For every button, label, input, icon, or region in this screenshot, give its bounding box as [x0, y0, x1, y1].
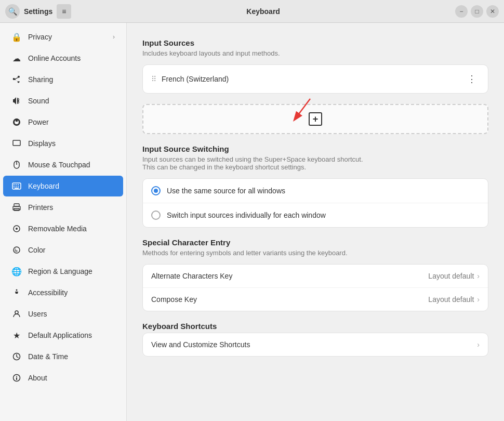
sidebar-item-date-time[interactable]: Date & Time	[3, 346, 123, 367]
drag-handle-icon: ⠿	[151, 75, 156, 83]
chevron-right-icon: ›	[477, 272, 480, 280]
chevron-right-icon: ›	[477, 340, 480, 349]
alternate-characters-key-row[interactable]: Alternate Characters Key Layout default …	[143, 265, 488, 288]
sidebar-item-sound[interactable]: Sound	[3, 90, 123, 111]
more-options-button[interactable]: ⋮	[464, 72, 480, 86]
sidebar-item-label: Region & Language	[28, 267, 115, 275]
content-area: Input Sources Includes keyboard layouts …	[127, 23, 504, 421]
svg-rect-21	[16, 377, 17, 380]
sidebar-item-privacy[interactable]: 🔒 Privacy ›	[3, 27, 123, 47]
svg-rect-8	[16, 187, 17, 188]
sidebar-item-printers[interactable]: Printers	[3, 197, 123, 218]
sidebar-item-label: Removable Media	[28, 225, 115, 233]
sidebar-item-about[interactable]: About	[3, 367, 123, 388]
input-sources-subtitle: Includes keyboard layouts and input meth…	[142, 49, 488, 57]
compose-key-row[interactable]: Compose Key Layout default ›	[143, 288, 488, 311]
sidebar-item-label: Accessibility	[28, 288, 115, 297]
alternate-characters-key-value: Layout default	[428, 272, 474, 280]
svg-point-17	[16, 290, 18, 291]
sidebar-item-online-accounts[interactable]: ☁ Online Accounts	[3, 48, 123, 69]
sidebar-item-label: Displays	[28, 139, 115, 148]
sidebar-item-label: Color	[28, 246, 115, 254]
sidebar-item-removable-media[interactable]: Removable Media	[3, 218, 123, 239]
search-icon: 🔍	[8, 7, 17, 16]
sidebar-item-label: Sound	[28, 97, 115, 105]
radio-same-source[interactable]: Use the same source for all windows	[143, 179, 488, 203]
input-sources-card: ⠿ French (Switzerland) ⋮	[142, 64, 488, 94]
minimize-button[interactable]: −	[455, 5, 468, 18]
titlebar-left: 🔍 Settings ≡	[5, 4, 71, 19]
radio-same-source-indicator	[151, 186, 161, 195]
menu-button[interactable]: ≡	[57, 4, 71, 19]
sidebar-item-keyboard[interactable]: Keyboard	[3, 176, 123, 196]
close-button[interactable]: ✕	[486, 5, 499, 18]
radio-individual-source[interactable]: Switch input sources individually for ea…	[143, 203, 488, 227]
special-character-card: Alternate Characters Key Layout default …	[142, 264, 488, 311]
sidebar-item-sharing[interactable]: Sharing	[3, 69, 123, 90]
titlebar-right: − □ ✕	[455, 5, 499, 18]
compose-key-label: Compose Key	[151, 295, 428, 304]
svg-rect-0	[13, 140, 20, 146]
alternate-characters-key-label: Alternate Characters Key	[151, 272, 428, 280]
region-language-icon: 🌐	[11, 266, 22, 277]
special-character-title: Special Character Entry	[142, 238, 488, 247]
svg-point-18	[15, 311, 18, 314]
add-source-container: +	[142, 104, 488, 134]
add-icon: +	[309, 112, 322, 126]
sidebar-item-label: Printers	[28, 203, 115, 212]
removable-media-icon	[11, 223, 22, 234]
maximize-button[interactable]: □	[471, 5, 483, 18]
sidebar-item-color[interactable]: Color	[3, 240, 123, 260]
sidebar-item-label: Default Applications	[28, 331, 115, 339]
sidebar-item-region-language[interactable]: 🌐 Region & Language	[3, 261, 123, 282]
radio-same-source-label: Use the same source for all windows	[167, 187, 285, 195]
displays-icon	[11, 138, 22, 149]
chevron-right-icon: ›	[477, 295, 480, 304]
svg-rect-6	[18, 185, 19, 186]
sound-icon	[11, 96, 22, 106]
close-icon: ✕	[490, 8, 495, 15]
accessibility-icon	[11, 287, 22, 298]
svg-rect-4	[14, 185, 15, 186]
svg-rect-11	[14, 204, 19, 206]
special-character-subtitle: Methods for entering symbols and letter …	[142, 249, 488, 257]
sidebar-item-label: Power	[28, 118, 115, 126]
privacy-icon: 🔒	[11, 32, 22, 42]
input-source-switching-card: Use the same source for all windows Swit…	[142, 178, 488, 228]
sidebar-item-label: Privacy	[28, 33, 107, 41]
sidebar-item-label: Date & Time	[28, 352, 115, 361]
add-input-source-button[interactable]: +	[142, 104, 488, 134]
color-icon	[11, 245, 22, 255]
users-icon	[11, 309, 22, 319]
mouse-icon	[11, 160, 22, 170]
minimize-icon: −	[459, 8, 463, 15]
svg-point-15	[16, 228, 18, 230]
radio-individual-source-indicator	[151, 210, 161, 220]
sidebar-item-displays[interactable]: Displays	[3, 133, 123, 154]
input-source-row: ⠿ French (Switzerland) ⋮	[143, 65, 488, 93]
input-source-switching-section: Input Source Switching Input sources can…	[142, 144, 488, 228]
printers-icon	[11, 202, 22, 213]
sidebar: 🔒 Privacy › ☁ Online Accounts Sharing So…	[0, 23, 127, 421]
sidebar-item-power[interactable]: Power	[3, 112, 123, 133]
sidebar-item-accessibility[interactable]: Accessibility	[3, 282, 123, 303]
keyboard-shortcuts-title: Keyboard Shortcuts	[142, 322, 488, 331]
search-button[interactable]: 🔍	[5, 4, 20, 19]
svg-rect-5	[16, 185, 17, 186]
sharing-icon	[11, 74, 22, 85]
keyboard-shortcuts-card: View and Customize Shortcuts ›	[142, 333, 488, 357]
radio-individual-source-label: Switch input sources individually for ea…	[167, 211, 326, 219]
sidebar-item-users[interactable]: Users	[3, 304, 123, 324]
view-customize-shortcuts-label: View and Customize Shortcuts	[151, 340, 477, 349]
svg-rect-9	[18, 187, 19, 188]
sidebar-item-mouse-touchpad[interactable]: Mouse & Touchpad	[3, 154, 123, 175]
view-customize-shortcuts-row[interactable]: View and Customize Shortcuts ›	[143, 333, 488, 356]
maximize-icon: □	[475, 8, 479, 15]
titlebar: 🔍 Settings ≡ Keyboard − □ ✕	[0, 0, 504, 23]
about-icon	[11, 373, 22, 383]
main-container: 🔒 Privacy › ☁ Online Accounts Sharing So…	[0, 23, 504, 421]
sidebar-item-label: Sharing	[28, 75, 115, 84]
input-sources-title: Input Sources	[142, 38, 488, 47]
special-character-section: Special Character Entry Methods for ente…	[142, 238, 488, 311]
sidebar-item-default-applications[interactable]: ★ Default Applications	[3, 325, 123, 346]
